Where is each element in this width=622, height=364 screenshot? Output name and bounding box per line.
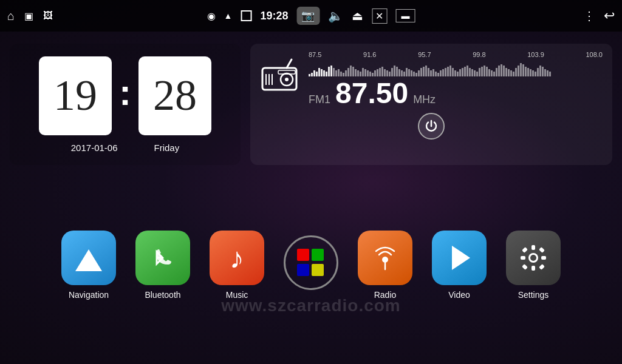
clock-colon: :: [119, 72, 131, 113]
clock-day: Friday: [154, 143, 180, 153]
app-item-navigation[interactable]: Navigation: [61, 231, 116, 300]
card-icon[interactable]: ▣: [24, 10, 33, 22]
close-icon[interactable]: ✕: [372, 8, 387, 24]
music-note-icon: ♪: [230, 241, 244, 275]
radio-svg-icon: [260, 56, 299, 95]
app-item-video[interactable]: Video: [432, 231, 487, 300]
freq-scale-2: 95.7: [418, 51, 431, 58]
app-item-bluetooth[interactable]: Bluetooth: [135, 231, 190, 300]
eject-icon[interactable]: ⏏: [352, 8, 363, 23]
radio-waves-icon: [370, 243, 400, 273]
svg-point-8: [382, 257, 388, 263]
app-item-windows[interactable]: [284, 235, 338, 295]
watermark: www.szcarradio.com: [221, 296, 401, 315]
svg-rect-13: [531, 266, 535, 271]
clock-digits: 19 : 28: [39, 56, 211, 135]
window-icon[interactable]: ▬: [395, 9, 415, 22]
svg-point-6: [285, 78, 289, 81]
navigation-app-icon: [61, 231, 116, 285]
nav-triangle-icon: [75, 249, 102, 271]
gear-icon: [518, 243, 549, 273]
svg-rect-14: [521, 256, 525, 260]
clock-widget: 19 : 28 2017-01-06 Friday: [10, 44, 241, 165]
app-dock: Navigation Bluetooth ♪ Music: [10, 175, 612, 358]
status-bar: ⌂ ▣ 🖼 ◉ ▲ 19:28 📷 🔈 ⏏ ✕ ▬ ⋮ ↩: [0, 0, 622, 32]
app-item-radio[interactable]: Radio: [358, 231, 412, 300]
menu-icon[interactable]: ⋮: [583, 8, 595, 23]
radio-main-info: FM1 87.50 MHz: [309, 79, 603, 108]
music-app-icon: ♪: [210, 231, 264, 285]
clock-minutes: 28: [153, 70, 197, 121]
app-item-settings[interactable]: Settings: [506, 231, 561, 300]
freq-scale: 87.5 91.6 95.7 99.8 103.9 108.0: [309, 51, 603, 58]
settings-app-icon: [506, 231, 561, 285]
svg-line-1: [287, 59, 292, 68]
video-app-icon: [432, 231, 487, 285]
windows-app-icon: [284, 235, 338, 290]
svg-rect-18: [522, 264, 528, 270]
svg-rect-16: [522, 247, 528, 253]
radio-app-icon-bg: [358, 231, 412, 285]
navigation-label: Navigation: [69, 290, 109, 300]
radio-freq-area: 87.5 91.6 95.7 99.8 103.9 108.0 FM1 87.5…: [309, 51, 603, 108]
play-triangle-icon: [452, 246, 470, 270]
power-icon: [424, 119, 439, 133]
svg-point-11: [530, 255, 536, 261]
svg-rect-17: [539, 247, 545, 253]
radio-power-button[interactable]: [418, 113, 445, 140]
radio-frequency: 87.50: [335, 79, 408, 108]
svg-rect-12: [531, 245, 535, 250]
radio-band: FM1: [309, 93, 330, 106]
svg-rect-0: [262, 68, 296, 90]
radio-unit: MHz: [413, 93, 436, 106]
camera-icon[interactable]: 📷: [296, 7, 320, 25]
status-left-icons: ⌂ ▣ 🖼: [7, 9, 53, 23]
clock-hours: 19: [53, 70, 97, 121]
signal-icon[interactable]: [241, 10, 251, 21]
radio-icon-area: [260, 51, 299, 95]
video-label: Video: [448, 290, 470, 300]
app-item-music[interactable]: ♪ Music: [210, 231, 264, 300]
back-icon[interactable]: ↩: [604, 8, 615, 24]
home-icon[interactable]: ⌂: [7, 9, 15, 23]
volume-icon[interactable]: 🔈: [328, 8, 343, 23]
svg-rect-15: [541, 256, 546, 260]
status-right-icons: ⋮ ↩: [583, 8, 615, 24]
settings-label: Settings: [518, 290, 549, 300]
freq-bars: [309, 59, 603, 76]
status-time: 19:28: [260, 10, 288, 22]
radio-top: 87.5 91.6 95.7 99.8 103.9 108.0 FM1 87.5…: [260, 51, 603, 108]
radio-power-row: [260, 113, 603, 140]
widgets-row: 19 : 28 2017-01-06 Friday: [10, 44, 612, 165]
freq-scale-4: 103.9: [527, 51, 544, 58]
wifi-icon[interactable]: ▲: [224, 11, 233, 21]
location-icon[interactable]: ◉: [207, 10, 216, 22]
freq-scale-1: 91.6: [363, 51, 376, 58]
clock-hours-block: 19: [39, 56, 112, 135]
status-center-icons: ◉ ▲ 19:28 📷 🔈 ⏏ ✕ ▬: [207, 7, 415, 25]
clock-minutes-block: 28: [138, 56, 211, 135]
freq-scale-5: 108.0: [586, 51, 603, 58]
clock-date-row: 2017-01-06 Friday: [22, 143, 228, 153]
freq-scale-3: 99.8: [473, 51, 485, 58]
freq-scale-0: 87.5: [309, 51, 321, 58]
svg-rect-19: [539, 264, 545, 270]
bluetooth-app-icon: [135, 231, 190, 285]
phone-svg-icon: [149, 244, 176, 271]
bluetooth-label: Bluetooth: [145, 290, 180, 300]
clock-date: 2017-01-06: [71, 143, 118, 153]
photo-icon[interactable]: 🖼: [43, 10, 53, 21]
radio-widget: 87.5 91.6 95.7 99.8 103.9 108.0 FM1 87.5…: [250, 44, 612, 165]
